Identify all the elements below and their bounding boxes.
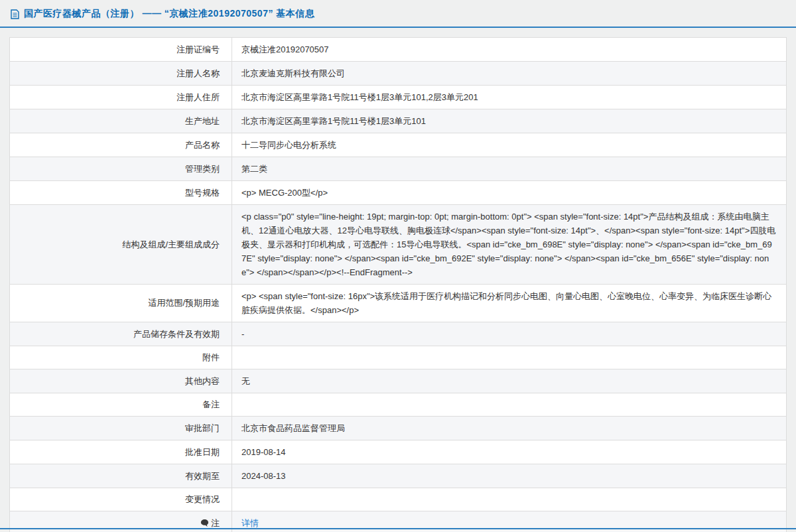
row-value: 北京市海淀区高里掌路1号院11号楼1层3单元101 bbox=[232, 109, 787, 133]
row-valid-until: 有效期至 2024-08-13 bbox=[10, 464, 787, 488]
row-value bbox=[232, 488, 787, 511]
row-approval-date: 批准日期 2019-08-14 bbox=[10, 440, 787, 464]
row-change-info: 变更情况 bbox=[10, 488, 787, 511]
row-label: 批准日期 bbox=[10, 440, 232, 464]
detail-link[interactable]: 详情 bbox=[241, 518, 259, 528]
row-value bbox=[232, 346, 787, 369]
row-label: 注册人名称 bbox=[10, 62, 232, 86]
row-value: 第二类 bbox=[232, 157, 787, 181]
row-value: 京械注准20192070507 bbox=[232, 38, 787, 62]
row-production-address: 生产地址 北京市海淀区高里掌路1号院11号楼1层3单元101 bbox=[10, 109, 787, 133]
row-remarks: 备注 bbox=[10, 393, 787, 417]
row-value: 北京市海淀区高里掌路1号院11号楼1层3单元101,2层3单元201 bbox=[232, 86, 787, 109]
row-value: 2024-08-13 bbox=[232, 464, 787, 488]
row-approval-dept: 审批部门 北京市食品药品监督管理局 bbox=[10, 417, 787, 440]
row-label: 有效期至 bbox=[10, 464, 232, 488]
row-label: 变更情况 bbox=[10, 488, 232, 511]
row-label: 产品名称 bbox=[10, 133, 232, 157]
row-management-class: 管理类别 第二类 bbox=[10, 157, 787, 181]
page-title: 国产医疗器械产品（注册） —— “京械注准20192070507” 基本信息 bbox=[24, 8, 314, 20]
document-icon bbox=[11, 9, 19, 19]
row-model-spec: 型号规格 <p> MECG-200型</p> bbox=[10, 181, 787, 205]
row-attachment: 附件 bbox=[10, 346, 787, 369]
page-header: 国产医疗器械产品（注册） —— “京械注准20192070507” 基本信息 bbox=[0, 0, 796, 28]
row-label: 管理类别 bbox=[10, 157, 232, 181]
row-structure-composition: 结构及组成/主要组成成分 <p class="p0" style="line-h… bbox=[10, 205, 787, 285]
row-label: 其他内容 bbox=[10, 369, 232, 393]
row-label: 型号规格 bbox=[10, 181, 232, 205]
row-value: <p class="p0" style="line-height: 19pt; … bbox=[232, 205, 787, 285]
row-label: 适用范围/预期用途 bbox=[10, 285, 232, 322]
row-label: 生产地址 bbox=[10, 109, 232, 133]
row-label: 产品储存条件及有效期 bbox=[10, 322, 232, 346]
row-value: - bbox=[232, 322, 787, 346]
row-value: 无 bbox=[232, 369, 787, 393]
row-value: <p> <span style="font-size: 16px">该系统适用于… bbox=[232, 285, 787, 322]
row-value: 2019-08-14 bbox=[232, 440, 787, 464]
bottom-divider bbox=[0, 528, 796, 529]
row-value: 十二导同步心电分析系统 bbox=[232, 133, 787, 157]
row-storage-validity: 产品储存条件及有效期 - bbox=[10, 322, 787, 346]
row-value: 北京麦迪克斯科技有限公司 bbox=[232, 62, 787, 86]
row-label-text: 注 bbox=[211, 518, 220, 528]
row-label: 结构及组成/主要组成成分 bbox=[10, 205, 232, 285]
row-value: 北京市食品药品监督管理局 bbox=[232, 417, 787, 440]
row-label: 备注 bbox=[10, 393, 232, 417]
row-label: 注册人住所 bbox=[10, 86, 232, 109]
row-registrant-name: 注册人名称 北京麦迪克斯科技有限公司 bbox=[10, 62, 787, 86]
row-other-content: 其他内容 无 bbox=[10, 369, 787, 393]
row-label: 注册证编号 bbox=[10, 38, 232, 62]
row-registrant-address: 注册人住所 北京市海淀区高里掌路1号院11号楼1层3单元101,2层3单元201 bbox=[10, 86, 787, 109]
row-scope-of-use: 适用范围/预期用途 <p> <span style="font-size: 16… bbox=[10, 285, 787, 322]
row-reg-cert-no: 注册证编号 京械注准20192070507 bbox=[10, 38, 787, 62]
row-value: <p> MECG-200型</p> bbox=[232, 181, 787, 205]
product-info-table: 注册证编号 京械注准20192070507 注册人名称 北京麦迪克斯科技有限公司… bbox=[9, 37, 787, 532]
row-value bbox=[232, 393, 787, 417]
row-label: 附件 bbox=[10, 346, 232, 369]
comment-icon bbox=[200, 519, 209, 527]
row-product-name: 产品名称 十二导同步心电分析系统 bbox=[10, 133, 787, 157]
row-label: 审批部门 bbox=[10, 417, 232, 440]
